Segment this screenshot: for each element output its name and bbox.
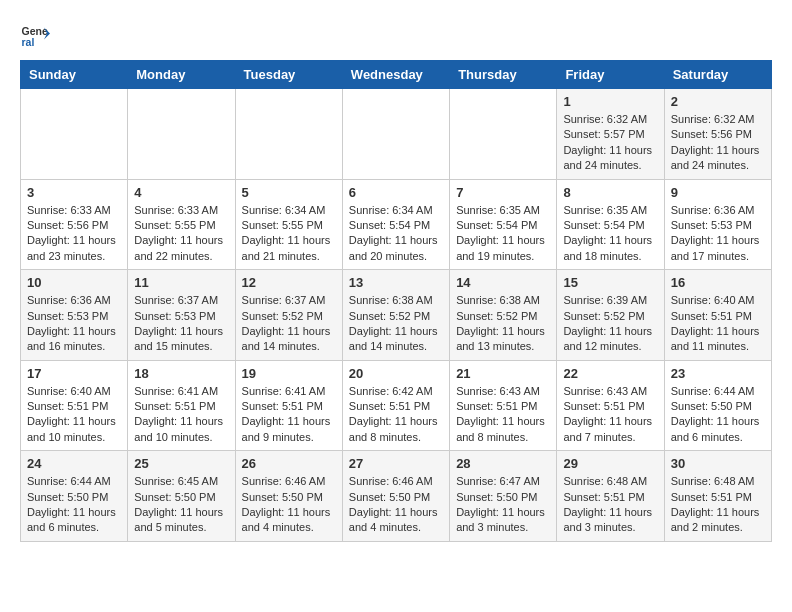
- day-number: 28: [456, 456, 550, 471]
- calendar-cell: 23Sunrise: 6:44 AM Sunset: 5:50 PM Dayli…: [664, 360, 771, 451]
- day-info: Sunrise: 6:34 AM Sunset: 5:54 PM Dayligh…: [349, 203, 443, 265]
- day-number: 19: [242, 366, 336, 381]
- day-info: Sunrise: 6:45 AM Sunset: 5:50 PM Dayligh…: [134, 474, 228, 536]
- calendar-cell: 15Sunrise: 6:39 AM Sunset: 5:52 PM Dayli…: [557, 270, 664, 361]
- calendar-cell: 30Sunrise: 6:48 AM Sunset: 5:51 PM Dayli…: [664, 451, 771, 542]
- day-info: Sunrise: 6:32 AM Sunset: 5:57 PM Dayligh…: [563, 112, 657, 174]
- day-info: Sunrise: 6:48 AM Sunset: 5:51 PM Dayligh…: [563, 474, 657, 536]
- calendar-cell: 27Sunrise: 6:46 AM Sunset: 5:50 PM Dayli…: [342, 451, 449, 542]
- day-info: Sunrise: 6:44 AM Sunset: 5:50 PM Dayligh…: [27, 474, 121, 536]
- day-number: 8: [563, 185, 657, 200]
- day-info: Sunrise: 6:40 AM Sunset: 5:51 PM Dayligh…: [27, 384, 121, 446]
- calendar-cell: 16Sunrise: 6:40 AM Sunset: 5:51 PM Dayli…: [664, 270, 771, 361]
- day-number: 7: [456, 185, 550, 200]
- day-number: 23: [671, 366, 765, 381]
- day-number: 1: [563, 94, 657, 109]
- calendar-cell: 9Sunrise: 6:36 AM Sunset: 5:53 PM Daylig…: [664, 179, 771, 270]
- calendar-cell: 24Sunrise: 6:44 AM Sunset: 5:50 PM Dayli…: [21, 451, 128, 542]
- header-row: SundayMondayTuesdayWednesdayThursdayFrid…: [21, 61, 772, 89]
- calendar-cell: 22Sunrise: 6:43 AM Sunset: 5:51 PM Dayli…: [557, 360, 664, 451]
- day-number: 24: [27, 456, 121, 471]
- day-number: 17: [27, 366, 121, 381]
- day-number: 3: [27, 185, 121, 200]
- day-info: Sunrise: 6:34 AM Sunset: 5:55 PM Dayligh…: [242, 203, 336, 265]
- day-number: 29: [563, 456, 657, 471]
- day-info: Sunrise: 6:39 AM Sunset: 5:52 PM Dayligh…: [563, 293, 657, 355]
- day-info: Sunrise: 6:40 AM Sunset: 5:51 PM Dayligh…: [671, 293, 765, 355]
- calendar-cell: [21, 89, 128, 180]
- day-info: Sunrise: 6:46 AM Sunset: 5:50 PM Dayligh…: [242, 474, 336, 536]
- page-header: Gene ral: [20, 20, 772, 50]
- day-info: Sunrise: 6:46 AM Sunset: 5:50 PM Dayligh…: [349, 474, 443, 536]
- calendar-cell: 3Sunrise: 6:33 AM Sunset: 5:56 PM Daylig…: [21, 179, 128, 270]
- svg-text:ral: ral: [22, 36, 35, 48]
- day-number: 16: [671, 275, 765, 290]
- calendar-cell: 6Sunrise: 6:34 AM Sunset: 5:54 PM Daylig…: [342, 179, 449, 270]
- day-number: 13: [349, 275, 443, 290]
- day-info: Sunrise: 6:44 AM Sunset: 5:50 PM Dayligh…: [671, 384, 765, 446]
- day-number: 2: [671, 94, 765, 109]
- day-number: 20: [349, 366, 443, 381]
- calendar-cell: 29Sunrise: 6:48 AM Sunset: 5:51 PM Dayli…: [557, 451, 664, 542]
- calendar-week: 3Sunrise: 6:33 AM Sunset: 5:56 PM Daylig…: [21, 179, 772, 270]
- calendar-cell: 14Sunrise: 6:38 AM Sunset: 5:52 PM Dayli…: [450, 270, 557, 361]
- day-info: Sunrise: 6:37 AM Sunset: 5:52 PM Dayligh…: [242, 293, 336, 355]
- calendar-cell: [235, 89, 342, 180]
- day-info: Sunrise: 6:37 AM Sunset: 5:53 PM Dayligh…: [134, 293, 228, 355]
- weekday-header: Thursday: [450, 61, 557, 89]
- day-info: Sunrise: 6:42 AM Sunset: 5:51 PM Dayligh…: [349, 384, 443, 446]
- calendar-cell: 7Sunrise: 6:35 AM Sunset: 5:54 PM Daylig…: [450, 179, 557, 270]
- day-number: 4: [134, 185, 228, 200]
- calendar-cell: 20Sunrise: 6:42 AM Sunset: 5:51 PM Dayli…: [342, 360, 449, 451]
- day-number: 25: [134, 456, 228, 471]
- calendar-cell: 13Sunrise: 6:38 AM Sunset: 5:52 PM Dayli…: [342, 270, 449, 361]
- day-info: Sunrise: 6:43 AM Sunset: 5:51 PM Dayligh…: [456, 384, 550, 446]
- weekday-header: Tuesday: [235, 61, 342, 89]
- day-info: Sunrise: 6:43 AM Sunset: 5:51 PM Dayligh…: [563, 384, 657, 446]
- day-info: Sunrise: 6:35 AM Sunset: 5:54 PM Dayligh…: [563, 203, 657, 265]
- calendar-cell: [342, 89, 449, 180]
- calendar-cell: 2Sunrise: 6:32 AM Sunset: 5:56 PM Daylig…: [664, 89, 771, 180]
- day-number: 10: [27, 275, 121, 290]
- calendar-cell: 28Sunrise: 6:47 AM Sunset: 5:50 PM Dayli…: [450, 451, 557, 542]
- day-info: Sunrise: 6:41 AM Sunset: 5:51 PM Dayligh…: [134, 384, 228, 446]
- day-info: Sunrise: 6:47 AM Sunset: 5:50 PM Dayligh…: [456, 474, 550, 536]
- calendar-cell: 21Sunrise: 6:43 AM Sunset: 5:51 PM Dayli…: [450, 360, 557, 451]
- calendar-cell: 26Sunrise: 6:46 AM Sunset: 5:50 PM Dayli…: [235, 451, 342, 542]
- calendar-cell: 17Sunrise: 6:40 AM Sunset: 5:51 PM Dayli…: [21, 360, 128, 451]
- calendar-cell: 5Sunrise: 6:34 AM Sunset: 5:55 PM Daylig…: [235, 179, 342, 270]
- day-number: 21: [456, 366, 550, 381]
- day-info: Sunrise: 6:38 AM Sunset: 5:52 PM Dayligh…: [456, 293, 550, 355]
- calendar-cell: [450, 89, 557, 180]
- weekday-header: Sunday: [21, 61, 128, 89]
- calendar-cell: [128, 89, 235, 180]
- day-number: 11: [134, 275, 228, 290]
- calendar-cell: 11Sunrise: 6:37 AM Sunset: 5:53 PM Dayli…: [128, 270, 235, 361]
- day-info: Sunrise: 6:32 AM Sunset: 5:56 PM Dayligh…: [671, 112, 765, 174]
- day-info: Sunrise: 6:41 AM Sunset: 5:51 PM Dayligh…: [242, 384, 336, 446]
- day-info: Sunrise: 6:48 AM Sunset: 5:51 PM Dayligh…: [671, 474, 765, 536]
- day-number: 9: [671, 185, 765, 200]
- weekday-header: Wednesday: [342, 61, 449, 89]
- day-number: 5: [242, 185, 336, 200]
- day-number: 22: [563, 366, 657, 381]
- weekday-header: Friday: [557, 61, 664, 89]
- calendar-cell: 19Sunrise: 6:41 AM Sunset: 5:51 PM Dayli…: [235, 360, 342, 451]
- day-info: Sunrise: 6:36 AM Sunset: 5:53 PM Dayligh…: [27, 293, 121, 355]
- calendar-cell: 10Sunrise: 6:36 AM Sunset: 5:53 PM Dayli…: [21, 270, 128, 361]
- day-number: 18: [134, 366, 228, 381]
- svg-text:Gene: Gene: [22, 25, 48, 37]
- day-number: 6: [349, 185, 443, 200]
- day-number: 30: [671, 456, 765, 471]
- day-info: Sunrise: 6:33 AM Sunset: 5:56 PM Dayligh…: [27, 203, 121, 265]
- calendar-table: SundayMondayTuesdayWednesdayThursdayFrid…: [20, 60, 772, 542]
- weekday-header: Monday: [128, 61, 235, 89]
- calendar-cell: 12Sunrise: 6:37 AM Sunset: 5:52 PM Dayli…: [235, 270, 342, 361]
- logo: Gene ral: [20, 20, 52, 50]
- calendar-cell: 18Sunrise: 6:41 AM Sunset: 5:51 PM Dayli…: [128, 360, 235, 451]
- day-info: Sunrise: 6:36 AM Sunset: 5:53 PM Dayligh…: [671, 203, 765, 265]
- calendar-week: 1Sunrise: 6:32 AM Sunset: 5:57 PM Daylig…: [21, 89, 772, 180]
- calendar-week: 17Sunrise: 6:40 AM Sunset: 5:51 PM Dayli…: [21, 360, 772, 451]
- weekday-header: Saturday: [664, 61, 771, 89]
- calendar-cell: 1Sunrise: 6:32 AM Sunset: 5:57 PM Daylig…: [557, 89, 664, 180]
